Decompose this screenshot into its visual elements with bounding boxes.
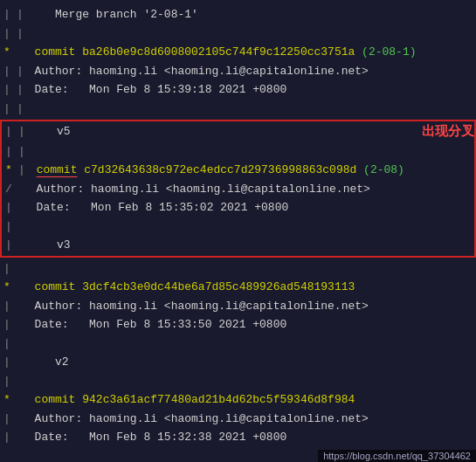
line-14: | bbox=[0, 259, 476, 279]
line-18: | bbox=[0, 334, 476, 354]
pipe-17 bbox=[16, 316, 24, 334]
content-19: v2 bbox=[24, 354, 476, 371]
commit-label-21: commit bbox=[28, 393, 82, 406]
gutter-17: | bbox=[0, 316, 16, 334]
pipe-18 bbox=[16, 335, 24, 353]
pipe-12 bbox=[17, 218, 26, 236]
gutter-16: | bbox=[0, 298, 16, 315]
line-15: * commit 3dcf4cb3e0dc44be6a7d85c489926ad… bbox=[0, 278, 476, 297]
pipe-15 bbox=[16, 279, 24, 296]
pipe-5: | bbox=[16, 81, 24, 99]
content-23: Date: Mon Feb 8 15:32:38 2021 +0800 bbox=[24, 429, 476, 446]
pipe-9: | bbox=[17, 162, 26, 179]
content-21: commit 942c3a61acf77480ad21b4d62bc5f5934… bbox=[24, 391, 476, 409]
gutter-21: * bbox=[0, 391, 16, 409]
gutter-3: * bbox=[0, 44, 16, 61]
content-13: v3 bbox=[26, 237, 474, 254]
pipe-7: | bbox=[17, 123, 26, 141]
gutter-23: | bbox=[0, 429, 16, 446]
content-10: Author: haoming.li <haoming.li@capitalon… bbox=[26, 181, 474, 198]
gutter-2: | bbox=[0, 25, 16, 43]
gutter-15: * bbox=[0, 279, 16, 296]
commit-keyword-9 bbox=[30, 163, 37, 176]
gutter-18: | bbox=[0, 335, 16, 353]
content-1: Merge branch '2-08-1' bbox=[24, 6, 476, 24]
gutter-9: * bbox=[2, 162, 17, 179]
pipe-1: | bbox=[16, 6, 24, 24]
line-5: | | Date: Mon Feb 8 15:39:18 2021 +0800 bbox=[0, 80, 476, 100]
gutter-10: / bbox=[2, 181, 17, 198]
line-2: | | bbox=[0, 24, 476, 44]
url-text: https://blog.csdn.net/qq_37304462 bbox=[323, 451, 471, 461]
content-22: Author: haoming.li <haoming.li@capitalon… bbox=[24, 410, 476, 428]
commit-hash-9: c7d32643638c972ec4edcc7d29736998863c098d bbox=[77, 163, 356, 176]
line-17: | Date: Mon Feb 8 15:33:50 2021 +0800 bbox=[0, 315, 476, 334]
pipe-4: | bbox=[16, 63, 24, 80]
gutter-13: | bbox=[2, 237, 17, 254]
line-13-box-bottom: | v3 bbox=[0, 236, 476, 258]
line-16: | Author: haoming.li <haoming.li@capital… bbox=[0, 297, 476, 316]
line-22: | Author: haoming.li <haoming.li@capital… bbox=[0, 410, 476, 429]
commit-hash-15: 3dcf4cb3e0dc44be6a7d85c489926ad548193113 bbox=[82, 280, 355, 293]
line-10: / Author: haoming.li <haoming.li@capital… bbox=[0, 180, 476, 199]
line-8: | | bbox=[0, 142, 476, 162]
line-11: | Date: Mon Feb 8 15:35:02 2021 +0800 bbox=[0, 198, 476, 217]
content-11: Date: Mon Feb 8 15:35:02 2021 +0800 bbox=[26, 199, 474, 217]
gutter-5: | bbox=[0, 81, 16, 99]
gutter-20: | bbox=[0, 373, 16, 390]
content-16: Author: haoming.li <haoming.li@capitalon… bbox=[24, 298, 476, 315]
commit-label-15: commit bbox=[28, 280, 82, 293]
gutter-22: | bbox=[0, 410, 16, 428]
gutter-19: | bbox=[0, 354, 16, 371]
gutter-4: | bbox=[0, 63, 16, 80]
pipe-6: | bbox=[16, 100, 24, 118]
commit-tag-3: (2-08-1) bbox=[362, 45, 416, 59]
gutter-1: | bbox=[0, 6, 16, 24]
commit-keyword-3: commit bbox=[28, 45, 82, 59]
line-21: * commit 942c3a61acf77480ad21b4d62bc5f59… bbox=[0, 390, 476, 410]
url-bar: https://blog.csdn.net/qq_37304462 bbox=[318, 450, 476, 462]
content-7: v5 bbox=[26, 123, 352, 141]
content-17: Date: Mon Feb 8 15:33:50 2021 +0800 bbox=[24, 316, 476, 334]
pipe-22 bbox=[16, 410, 24, 428]
pipe-19 bbox=[16, 354, 24, 371]
gutter-8: | bbox=[2, 143, 17, 161]
line-4: | | Author: haoming.li <haoming.li@capit… bbox=[0, 62, 476, 81]
pipe-21 bbox=[16, 391, 24, 409]
commit-hash-21: 942c3a61acf77480ad21b4d62bc5f59346d8f984 bbox=[82, 393, 355, 406]
pipe-20 bbox=[16, 373, 24, 390]
line-20: | bbox=[0, 372, 476, 391]
pipe-14 bbox=[16, 260, 24, 278]
pipe-11 bbox=[17, 199, 26, 217]
commit-tag-9: (2-08) bbox=[363, 163, 404, 176]
pipe-8: | bbox=[17, 143, 26, 161]
content-5: Date: Mon Feb 8 15:39:18 2021 +0800 bbox=[24, 81, 476, 99]
pipe-23 bbox=[16, 429, 24, 446]
content-4: Author: haoming.li <haoming.li@capitalon… bbox=[24, 63, 476, 80]
line-7-box-top: | | v5 出现分叉 bbox=[0, 120, 476, 142]
line-23: | Date: Mon Feb 8 15:32:38 2021 +0800 bbox=[0, 428, 476, 447]
line-6: | | bbox=[0, 100, 476, 119]
content-9: commit c7d32643638c972ec4edcc7d297369988… bbox=[26, 162, 474, 179]
content-3: commit ba26b0e9c8d6008002105c744f9c12250… bbox=[24, 44, 476, 61]
line-19: | v2 bbox=[0, 353, 476, 372]
gutter-7: | bbox=[2, 123, 17, 141]
line-12: | bbox=[0, 217, 476, 237]
commit-text-9: commit bbox=[37, 163, 78, 176]
line-9: * | commit c7d32643638c972ec4edcc7d29736… bbox=[0, 161, 476, 180]
line-3: * commit ba26b0e9c8d6008002105c744f9c122… bbox=[0, 43, 476, 62]
gutter-12: | bbox=[2, 218, 17, 236]
fork-label: 出现分叉 bbox=[422, 121, 474, 141]
pipe-2: | bbox=[16, 25, 24, 43]
gutter-6: | bbox=[0, 100, 16, 118]
pipe-13 bbox=[17, 237, 26, 254]
gutter-14: | bbox=[0, 260, 16, 278]
commit-hash-3: ba26b0e9c8d6008002105c744f9c12250cc3751a bbox=[82, 45, 355, 59]
gutter-11: | bbox=[2, 199, 17, 217]
pipe-3 bbox=[16, 44, 24, 61]
line-1: | | Merge branch '2-08-1' bbox=[0, 5, 476, 24]
terminal-window: | | Merge branch '2-08-1' | | * commit b… bbox=[0, 0, 476, 462]
pipe-10 bbox=[17, 181, 26, 198]
content-15: commit 3dcf4cb3e0dc44be6a7d85c489926ad54… bbox=[24, 279, 476, 296]
pipe-16 bbox=[16, 298, 24, 315]
